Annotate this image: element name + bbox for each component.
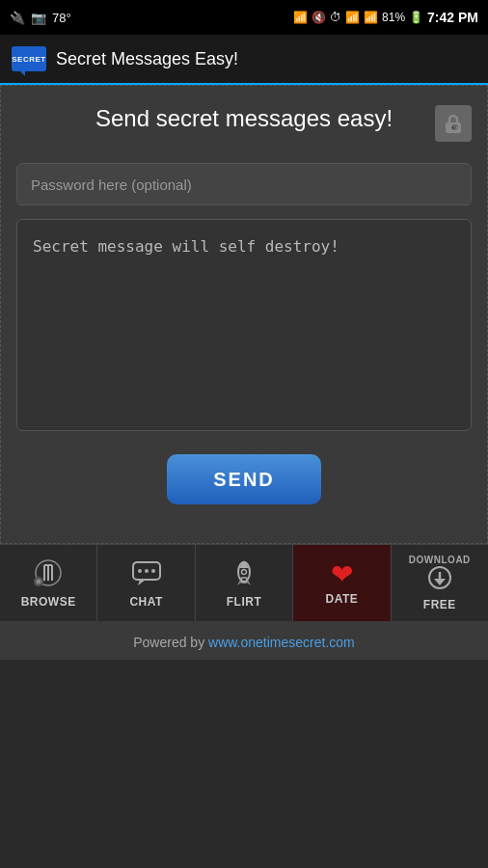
app-bar: SECRET Secret Messages Easy! — [0, 35, 488, 85]
mute-icon: 🔇 — [312, 11, 326, 24]
status-bar: 🔌 📷 78° 📶 🔇 ⏱ 📶 📶 81% 🔋 7:42 PM — [0, 0, 488, 35]
wifi-icon: 📶 — [345, 11, 360, 24]
chat-icon — [130, 558, 163, 591]
date-icon: ❤ — [331, 561, 353, 588]
powered-by-section: Powered by www.onetimesecret.com — [0, 621, 488, 660]
nav-label-date: DATE — [326, 592, 359, 606]
app-logo: SECRET — [12, 46, 46, 71]
battery-icon: 🔋 — [409, 11, 423, 24]
send-button[interactable]: SEND — [167, 454, 321, 504]
flirt-icon — [228, 558, 260, 591]
download-top-label: DOWNLOAD — [409, 555, 471, 565]
flirt-svg — [228, 558, 260, 587]
message-textarea[interactable]: Secret message will self destroy! — [16, 219, 472, 431]
svg-point-13 — [151, 569, 155, 573]
bluetooth-icon: 📶 — [293, 11, 308, 24]
chat-svg — [130, 558, 163, 587]
svg-text:@: @ — [451, 123, 458, 130]
app-title: Secret Messages Easy! — [56, 49, 238, 69]
bottom-nav: BROWSE CHAT FLIR — [0, 544, 488, 621]
nav-item-date[interactable]: ❤ DATE — [293, 545, 391, 621]
nav-label-chat: CHAT — [129, 595, 162, 609]
nav-item-browse[interactable]: BROWSE — [0, 545, 97, 621]
nav-label-free: FREE — [423, 598, 456, 611]
nav-label-browse: BROWSE — [21, 595, 76, 609]
nav-item-download[interactable]: DOWNLOAD FREE — [392, 545, 488, 621]
powered-by-text: Powered by — [133, 635, 208, 650]
browse-svg — [32, 558, 65, 587]
main-content: Send secret messages easy! @ Secret mess… — [0, 85, 488, 544]
status-time: 7:42 PM — [427, 10, 478, 25]
status-left: 🔌 📷 78° — [10, 11, 71, 25]
lock-svg: @ — [443, 113, 464, 134]
svg-marker-23 — [434, 579, 446, 585]
password-input[interactable] — [16, 163, 472, 205]
svg-point-11 — [138, 569, 142, 573]
battery-percent: 81% — [382, 11, 405, 24]
lock-icon[interactable]: @ — [435, 105, 472, 142]
alarm-icon: ⏱ — [330, 11, 341, 24]
download-icon — [425, 565, 454, 594]
nav-label-flirt: FLIRT — [227, 595, 262, 609]
usb-icon: 🔌 — [10, 11, 25, 25]
download-svg — [425, 565, 454, 590]
nav-item-chat[interactable]: CHAT — [97, 545, 195, 621]
status-right: 📶 🔇 ⏱ 📶 📶 81% 🔋 7:42 PM — [293, 10, 478, 25]
svg-point-9 — [37, 579, 41, 583]
browse-icon — [32, 558, 65, 591]
main-heading: Send secret messages easy! — [95, 105, 393, 132]
signal-icon: 📶 — [364, 11, 378, 24]
header-row: Send secret messages easy! @ — [16, 105, 472, 148]
powered-by-link[interactable]: www.onetimesecret.com — [208, 635, 355, 650]
temperature: 78° — [52, 11, 71, 25]
image-icon: 📷 — [31, 11, 46, 25]
app-icon-text: SECRET — [12, 55, 45, 64]
nav-item-flirt[interactable]: FLIRT — [196, 545, 293, 621]
svg-point-12 — [145, 569, 149, 573]
svg-point-20 — [242, 569, 247, 574]
